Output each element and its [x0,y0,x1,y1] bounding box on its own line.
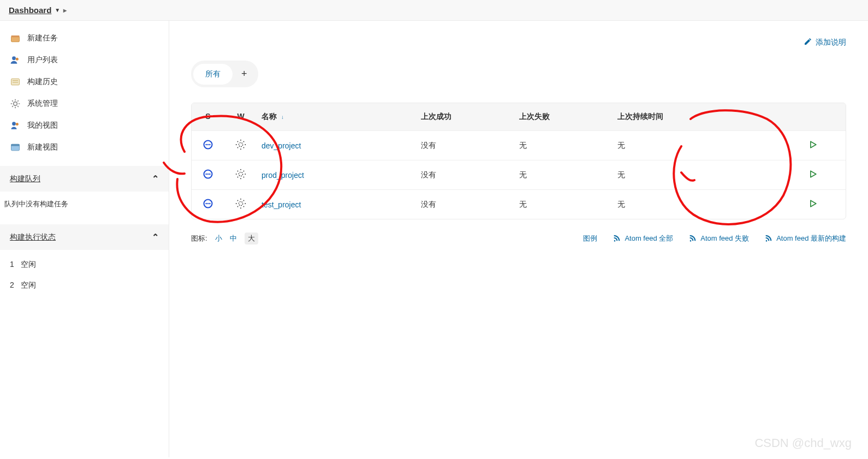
build-now-button[interactable] [807,169,818,180]
svg-point-17 [240,140,241,141]
job-last-success: 没有 [421,141,519,151]
col-status[interactable]: S [192,112,224,122]
svg-point-7 [14,102,17,106]
svg-point-44 [240,207,241,208]
build-queue-title: 构建队列 [10,174,40,184]
job-link[interactable]: test_project [261,200,301,209]
status-notbuilt-icon [192,169,224,181]
svg-point-43 [240,199,241,200]
main-panel: 添加说明 所有 + S W 名称 ↓ 上次成功 上次失败 上次持续时间 [169,21,868,457]
job-last-fail: 无 [519,141,617,151]
svg-point-50 [243,206,245,207]
sidebar-item-people[interactable]: 用户列表 [0,49,169,71]
col-last-fail[interactable]: 上次失败 [519,112,617,122]
icon-size-medium[interactable]: 中 [230,234,237,243]
people-icon [10,55,21,65]
svg-rect-4 [11,79,20,85]
svg-point-8 [12,122,16,126]
job-link[interactable]: dev_project [261,141,301,150]
svg-point-39 [205,203,207,205]
col-last-success[interactable]: 上次成功 [421,112,519,122]
view-tabs: 所有 + [191,61,258,87]
svg-point-14 [207,144,209,146]
chevron-up-icon[interactable]: ⌃ [152,232,159,242]
sidebar-item-label: 我的视图 [27,121,58,130]
sidebar-item-label: 构建历史 [27,77,58,87]
legend-link[interactable]: 图例 [583,234,597,243]
icon-size-small[interactable]: 小 [215,234,222,243]
atom-feed-all[interactable]: Atom feed 全部 [613,234,673,244]
breadcrumb[interactable]: Dashboard ▼ ▸ [9,5,67,15]
rss-icon [688,234,697,244]
job-table: S W 名称 ↓ 上次成功 上次失败 上次持续时间 dev_project [191,103,846,219]
svg-point-28 [209,174,211,175]
caret-down-icon[interactable]: ▼ [55,7,60,13]
sidebar-item-label: 用户列表 [27,55,58,65]
job-duration: 无 [617,170,780,180]
job-last-success: 没有 [421,170,519,180]
weather-nodata-icon [224,198,257,211]
add-description-link[interactable]: 添加说明 [804,37,846,47]
build-now-button[interactable] [807,198,818,209]
col-weather[interactable]: W [224,112,257,122]
sidebar-item-new-view[interactable]: 新建视图 [0,136,169,158]
executor-section[interactable]: 构建执行状态 ⌃ [0,224,169,250]
svg-point-23 [237,147,239,148]
edit-icon [804,37,812,47]
sidebar-item-build-history[interactable]: 构建历史 [0,71,169,93]
svg-point-33 [245,174,246,175]
svg-point-49 [237,206,239,207]
svg-rect-1 [11,35,20,37]
svg-point-26 [205,174,207,175]
chevron-up-icon[interactable]: ⌃ [152,174,159,184]
sidebar-item-label: 新建任务 [27,33,58,43]
executor-number: 1 [10,260,14,270]
tab-add-view[interactable]: + [233,63,256,85]
executor-status: 空闲 [21,281,36,290]
executor-row[interactable]: 2 空闲 [0,275,169,296]
svg-point-2 [12,56,16,60]
rss-icon [613,234,621,244]
new-view-icon [10,142,21,153]
atom-feed-latest[interactable]: Atom feed 最新的构建 [764,234,846,244]
col-duration[interactable]: 上次持续时间 [617,112,780,122]
svg-point-34 [237,171,239,172]
svg-point-37 [243,177,245,178]
svg-point-15 [209,144,211,146]
sidebar-item-new-item[interactable]: 新建任务 [0,27,169,49]
executor-row[interactable]: 1 空闲 [0,254,169,275]
weather-nodata-icon [224,139,257,152]
tab-all[interactable]: 所有 [193,64,233,85]
job-link[interactable]: prod_project [261,171,304,180]
sidebar-item-label: 新建视图 [27,142,58,152]
sidebar-item-my-views[interactable]: 我的视图 [0,115,169,136]
weather-nodata-icon [224,168,257,182]
svg-point-27 [207,174,209,175]
svg-point-19 [236,144,237,145]
svg-point-3 [16,58,19,61]
add-description-label: 添加说明 [816,38,846,47]
icon-size-large[interactable]: 大 [245,233,258,245]
svg-point-40 [207,203,209,205]
table-row: dev_project 没有 无 无 [192,130,846,160]
atom-feed-failures[interactable]: Atom feed 失败 [688,234,749,244]
build-queue-section[interactable]: 构建队列 ⌃ [0,166,169,192]
svg-point-21 [237,141,239,142]
svg-point-32 [236,174,237,175]
status-notbuilt-icon [192,198,224,211]
breadcrumb-dashboard[interactable]: Dashboard [9,5,51,15]
col-name[interactable]: 名称 ↓ [257,112,421,122]
svg-point-16 [239,142,242,146]
top-bar: Dashboard ▼ ▸ [0,0,868,21]
executor-number: 2 [10,281,14,290]
svg-point-35 [243,171,245,172]
rss-icon [764,234,773,244]
status-notbuilt-icon [192,139,224,152]
build-now-button[interactable] [807,139,818,150]
job-last-success: 没有 [421,200,519,210]
svg-point-29 [239,172,242,176]
svg-point-36 [237,177,239,178]
sidebar-item-manage[interactable]: 系统管理 [0,93,169,115]
sidebar-item-label: 系统管理 [27,99,58,109]
icon-size-label: 图标: [191,234,207,243]
